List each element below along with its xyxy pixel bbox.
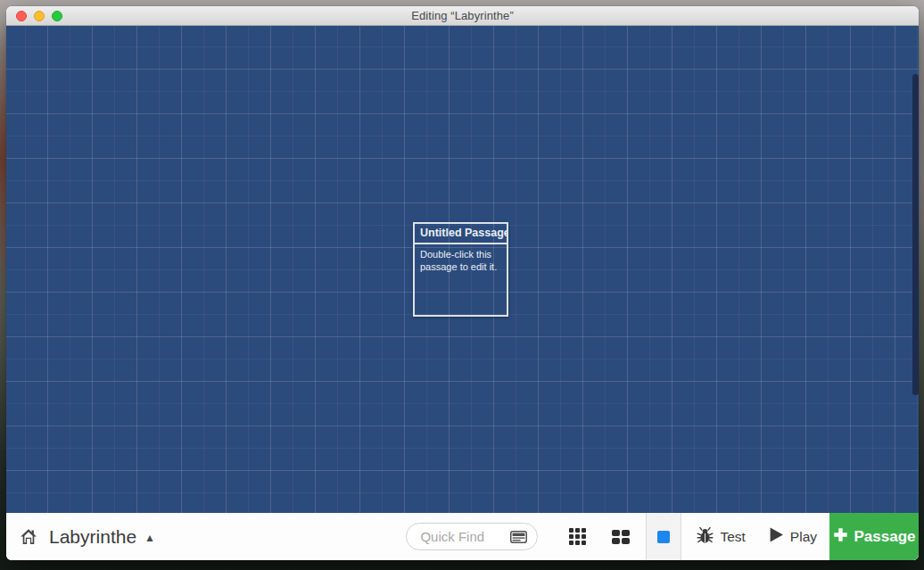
vertical-scrollbar-thumb[interactable] [912, 74, 919, 395]
play-icon [769, 527, 784, 546]
zoom-level-small-button[interactable] [566, 528, 588, 545]
window-controls [16, 6, 62, 26]
story-menu-button[interactable]: Labyrinthe ▲ [49, 526, 155, 548]
grid-3x3-icon [569, 528, 586, 545]
play-button[interactable]: Play [769, 527, 817, 546]
bug-icon [697, 526, 714, 548]
minimize-button[interactable] [34, 11, 45, 21]
test-button[interactable]: Test [697, 526, 745, 548]
keyboard-icon [510, 531, 527, 543]
story-title: Labyrinthe [49, 526, 136, 548]
passage-excerpt: Double-click this passage to edit it. [415, 244, 507, 277]
quick-find-input[interactable] [407, 529, 510, 544]
window-titlebar[interactable]: Editing “Labyrinthe” [6, 6, 919, 26]
quick-find [406, 523, 538, 550]
chevron-up-icon: ▲ [144, 530, 155, 544]
zoom-button[interactable] [52, 11, 62, 21]
passage-title: Untitled Passage [415, 224, 507, 244]
grid-2x2-icon [612, 530, 630, 544]
bottom-toolbar: Labyrinthe ▲ [6, 513, 919, 560]
plus-icon [833, 527, 848, 547]
story-map-canvas[interactable]: Untitled Passage Double-click this passa… [6, 26, 919, 513]
new-passage-button[interactable]: Passage [829, 513, 919, 560]
passage-card[interactable]: Untitled Passage Double-click this passa… [413, 222, 508, 317]
zoom-level-medium-button[interactable] [609, 530, 632, 544]
play-label: Play [790, 529, 817, 545]
test-label: Test [720, 529, 745, 545]
close-button[interactable] [16, 11, 27, 21]
zoom-level-full-button[interactable] [646, 513, 681, 560]
window-title: Editing “Labyrinthe” [411, 9, 514, 22]
home-button[interactable] [19, 527, 38, 546]
blue-square-icon [657, 531, 670, 543]
new-passage-label: Passage [854, 528, 916, 546]
home-icon [19, 527, 38, 546]
twine-editor-window: Editing “Labyrinthe” Untitled Passage Do… [6, 6, 919, 560]
